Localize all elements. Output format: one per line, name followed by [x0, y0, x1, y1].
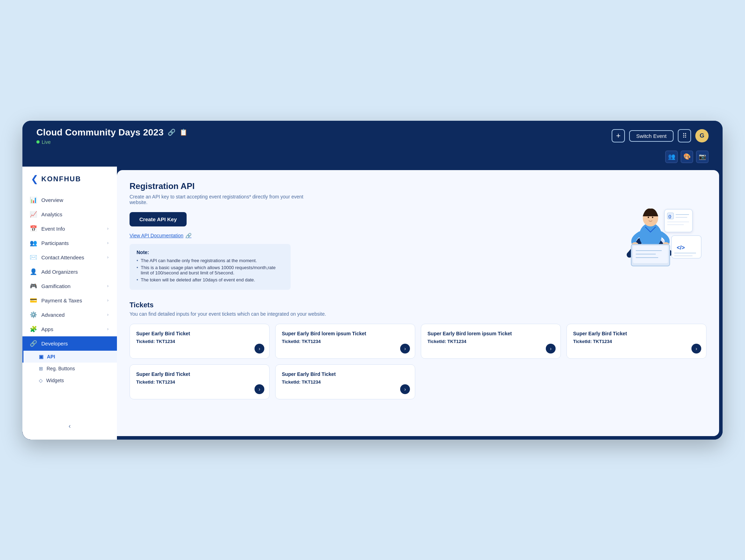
- ticket-arrow-2[interactable]: ›: [400, 344, 410, 354]
- ticket-arrow-6[interactable]: ›: [400, 384, 410, 394]
- tickets-grid-row1: Super Early Bird Ticket TicketId: TKT123…: [130, 324, 706, 359]
- note-title: Note:: [137, 250, 284, 255]
- event-title: Cloud Community Days 2023: [36, 127, 163, 138]
- sidebar-item-overview[interactable]: 📊 Overview: [22, 193, 117, 207]
- switch-event-button[interactable]: Switch Event: [629, 130, 674, 142]
- grid-menu-button[interactable]: ⠿: [678, 129, 691, 142]
- ticket-id-3: TicketId: TKT1234: [427, 339, 554, 344]
- tickets-section-subtitle: You can find detailed inputs for your ev…: [130, 311, 706, 317]
- camera-icon-btn[interactable]: 📷: [696, 150, 709, 163]
- page-title: Registration API: [130, 181, 594, 191]
- participants-chevron: ›: [107, 240, 109, 245]
- event-info-chevron: ›: [107, 226, 109, 231]
- palette-icon-btn[interactable]: 🎨: [681, 150, 693, 163]
- add-organizers-icon: 👤: [29, 268, 37, 275]
- api-doc-text: View API Documentation: [130, 233, 183, 238]
- reg-buttons-label: Reg. Buttons: [47, 366, 75, 371]
- sub-nav-api[interactable]: ▣ API: [22, 351, 117, 363]
- ticket-name-1: Super Early Bird Ticket: [136, 330, 263, 337]
- api-icon: ▣: [39, 354, 43, 359]
- add-button[interactable]: +: [612, 129, 625, 142]
- widgets-icon: ◇: [39, 378, 43, 383]
- advanced-chevron: ›: [107, 312, 109, 317]
- apps-label: Apps: [41, 326, 53, 332]
- sidebar-item-apps[interactable]: 🧩 Apps ›: [22, 322, 117, 336]
- svg-point-4: [652, 217, 653, 218]
- payment-taxes-label: Payment & Taxes: [41, 298, 82, 303]
- ticket-card-5: Super Early Bird Ticket TicketId: TKT123…: [130, 364, 270, 399]
- ticket-arrow-5[interactable]: ›: [255, 384, 264, 394]
- ticket-id-4: TicketId: TKT1234: [573, 339, 700, 344]
- sub-nav-reg-buttons[interactable]: ⊞ Reg. Buttons: [22, 363, 117, 374]
- svg-text:{}: {}: [668, 214, 671, 218]
- note-item-3: The token will be deleted after 10days o…: [137, 277, 284, 282]
- ticket-id-val-2: TKT1234: [302, 339, 321, 344]
- live-badge: Live: [36, 139, 187, 145]
- ticket-id-6: TicketId: TKT1234: [282, 379, 409, 385]
- attendees-icon-btn[interactable]: 👥: [665, 150, 678, 163]
- ticket-id-val-6: TKT1234: [302, 379, 321, 385]
- api-label: API: [47, 354, 55, 359]
- illustration-area: {} </>: [601, 181, 706, 272]
- gamification-icon: 🎮: [29, 282, 37, 290]
- link-icon[interactable]: 🔗: [168, 128, 175, 136]
- event-title-area: Cloud Community Days 2023 🔗 📋 Live: [36, 127, 187, 145]
- avatar-button[interactable]: G: [695, 129, 709, 142]
- apps-chevron: ›: [107, 327, 109, 331]
- sidebar-item-analytics[interactable]: 📈 Analytics: [22, 207, 117, 222]
- gamification-label: Gamification: [41, 283, 70, 289]
- sidebar: ❮ KONFHUB 📊 Overview 📈 Analytics 📅 Event: [22, 167, 117, 440]
- logo-icon: ❮: [31, 174, 39, 184]
- payment-taxes-chevron: ›: [107, 298, 109, 303]
- ticket-name-6: Super Early Bird Ticket: [282, 371, 409, 377]
- svg-point-3: [648, 217, 649, 218]
- api-doc-link-icon: 🔗: [186, 233, 192, 238]
- sidebar-item-participants[interactable]: 👥 Participants ›: [22, 236, 117, 250]
- top-bar-actions: + Switch Event ⠿ G: [612, 129, 709, 142]
- ticket-arrow-3[interactable]: ›: [546, 344, 556, 354]
- analytics-icon: 📈: [29, 211, 37, 218]
- advanced-icon: ⚙️: [29, 311, 37, 318]
- ticket-name-4: Super Early Bird Ticket: [573, 330, 700, 337]
- sidebar-item-event-info[interactable]: 📅 Event Info ›: [22, 222, 117, 236]
- create-api-key-button[interactable]: Create API Key: [130, 212, 187, 226]
- api-doc-link[interactable]: View API Documentation 🔗: [130, 233, 594, 238]
- ticket-name-3: Super Early Bird lorem ipsum Ticket: [427, 330, 554, 337]
- event-info-label: Event Info: [41, 226, 65, 232]
- reg-buttons-icon: ⊞: [39, 366, 43, 371]
- tickets-grid-row2: Super Early Bird Ticket TicketId: TKT123…: [130, 364, 706, 399]
- ticket-card-3: Super Early Bird lorem ipsum Ticket Tick…: [421, 324, 561, 359]
- ticket-card-1: Super Early Bird Ticket TicketId: TKT123…: [130, 324, 270, 359]
- copy-icon[interactable]: 📋: [180, 128, 187, 136]
- ticket-id-1: TicketId: TKT1234: [136, 339, 263, 344]
- ticket-card-6: Super Early Bird Ticket TicketId: TKT123…: [275, 364, 415, 399]
- ticket-arrow-4[interactable]: ›: [691, 344, 701, 354]
- ticket-arrow-1[interactable]: ›: [255, 344, 264, 354]
- sidebar-item-add-organizers[interactable]: 👤 Add Organizers: [22, 265, 117, 279]
- payment-taxes-icon: 💳: [29, 297, 37, 304]
- ticket-placeholder-2: [566, 364, 706, 399]
- ticket-card-2: Super Early Bird lorem ipsum Ticket Tick…: [275, 324, 415, 359]
- note-box: Note: The API can handle only free regis…: [130, 244, 291, 290]
- sidebar-item-advanced[interactable]: ⚙️ Advanced ›: [22, 308, 117, 322]
- event-title-row: Cloud Community Days 2023 🔗 📋: [36, 127, 187, 138]
- contact-attendees-icon: ✉️: [29, 254, 37, 261]
- tickets-section-title: Tickets: [130, 301, 706, 309]
- top-bar: Cloud Community Days 2023 🔗 📋 Live + Swi…: [22, 121, 723, 150]
- ticket-id-2: TicketId: TKT1234: [282, 339, 409, 344]
- note-item-1: The API can handle only free registratio…: [137, 258, 284, 263]
- logo-area: ❮ KONFHUB: [22, 174, 117, 193]
- ticket-name-5: Super Early Bird Ticket: [136, 371, 263, 377]
- ticket-id-val-4: TKT1234: [593, 339, 612, 344]
- sidebar-item-developers[interactable]: 🔗 Developers: [22, 336, 117, 351]
- ticket-id-val-5: TKT1234: [156, 379, 175, 385]
- add-organizers-label: Add Organizers: [41, 269, 78, 275]
- overview-icon: 📊: [29, 196, 37, 204]
- sidebar-item-payment-taxes[interactable]: 💳 Payment & Taxes ›: [22, 293, 117, 308]
- sidebar-item-contact-attendees[interactable]: ✉️ Contact Attendees ›: [22, 250, 117, 265]
- sub-nav-widgets[interactable]: ◇ Widgets: [22, 374, 117, 386]
- event-info-icon: 📅: [29, 225, 37, 232]
- page-subtitle: Create an API key to start accepting eve…: [130, 194, 305, 205]
- sidebar-item-gamification[interactable]: 🎮 Gamification ›: [22, 279, 117, 293]
- sidebar-collapse-btn[interactable]: ‹: [22, 418, 117, 434]
